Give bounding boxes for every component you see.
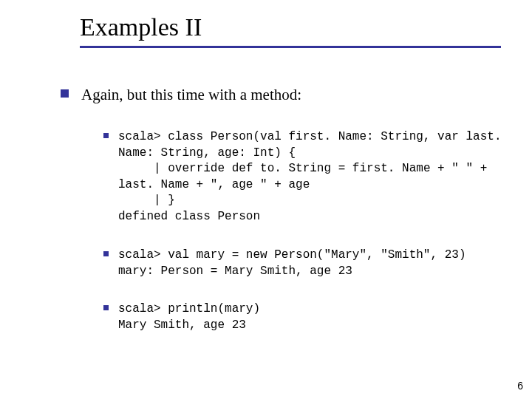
title-underline [80, 46, 501, 48]
page-number: 6 [517, 380, 523, 392]
slide: Examples II Again, but this time with a … [0, 0, 532, 399]
code-text: scala> println(mary) Mary Smith, age 23 [118, 301, 502, 333]
square-bullet-icon [103, 133, 109, 138]
code-text: scala> val mary = new Person("Mary", "Sm… [118, 248, 502, 279]
square-bullet-icon [103, 305, 109, 310]
square-bullet-icon [61, 89, 69, 98]
code-block-2: scala> val mary = new Person("Mary", "Sm… [118, 248, 502, 279]
intro-line: Again, but this time with a method: [81, 86, 502, 104]
code-text: scala> class Person(val first. Name: Str… [118, 129, 502, 225]
square-bullet-icon [103, 251, 109, 256]
code-block-3: scala> println(mary) Mary Smith, age 23 [118, 301, 502, 333]
intro-text: Again, but this time with a method: [81, 86, 502, 104]
page-title: Examples II [80, 13, 202, 41]
code-block-1: scala> class Person(val first. Name: Str… [118, 129, 502, 225]
